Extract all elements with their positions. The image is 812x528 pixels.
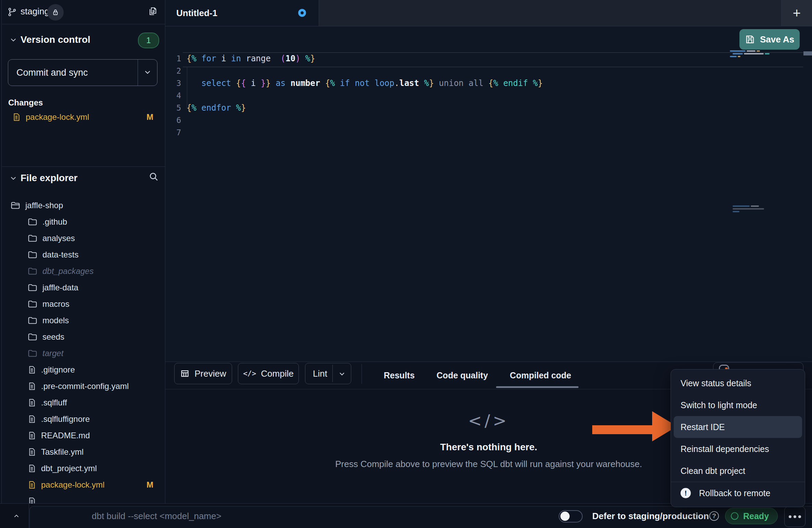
file-icon	[12, 113, 21, 122]
tree-item-label: package-lock.yml	[41, 480, 104, 490]
table-icon	[180, 369, 190, 378]
expand-command-bar-chevron[interactable]	[10, 511, 23, 521]
tree-item-jaffle-shop[interactable]: jaffle-shop	[0, 197, 165, 214]
modified-status-badge: M	[147, 480, 153, 490]
empty-state-title: There's nothing here.	[440, 442, 537, 453]
divider	[2, 166, 165, 167]
tree-item-data-tests[interactable]: data-tests	[0, 247, 165, 263]
tree-item-macros[interactable]: macros	[0, 296, 165, 312]
results-tab-results[interactable]: Results	[384, 370, 415, 380]
command-input[interactable]: dbt build --select <model_name>	[92, 504, 221, 528]
commit-options-chevron-icon[interactable]	[143, 68, 152, 77]
git-branch-icon	[8, 7, 17, 17]
defer-label: Defer to staging/production	[592, 504, 709, 528]
tree-item-README.md[interactable]: README.md	[0, 427, 165, 444]
folder-icon	[27, 217, 38, 227]
file-explorer-title: File explorer	[21, 173, 78, 184]
ide-options-menu: View status detailsSwitch to light modeR…	[671, 369, 805, 507]
results-tab-code-quality[interactable]: Code quality	[436, 370, 488, 380]
line-number: 4	[165, 89, 184, 102]
copy-branch-button[interactable]	[147, 5, 158, 16]
line-number: 7	[165, 126, 184, 139]
version-control-collapse-chevron[interactable]	[9, 36, 18, 44]
tree-item-label: target	[42, 349, 63, 358]
folder-icon	[27, 332, 38, 342]
tree-item-.sqlfluffignore[interactable]: .sqlfluffignore	[0, 411, 165, 427]
tab-untitled-1[interactable]: Untitled-1	[165, 0, 319, 26]
results-tab-compiled-code[interactable]: Compiled code	[510, 370, 571, 380]
menu-item-label: Reinstall dependencies	[681, 444, 769, 454]
folder-icon	[27, 348, 38, 359]
defer-toggle[interactable]	[559, 510, 583, 523]
tree-item-dbt_packages[interactable]: dbt_packages	[0, 263, 165, 279]
save-icon	[745, 34, 755, 45]
tree-item-target[interactable]: target	[0, 345, 165, 362]
tree-item-Taskfile.yml[interactable]: Taskfile.yml	[0, 444, 165, 460]
lock-icon	[51, 8, 60, 16]
tree-item-label: .pre-commit-config.yaml	[41, 381, 129, 391]
tree-item-.sqlfluff[interactable]: .sqlfluff	[0, 394, 165, 411]
ide-options-button[interactable]	[784, 506, 805, 527]
lint-options-chevron-icon[interactable]	[338, 370, 346, 378]
file-tree: jaffle-shop.githubanalysesdata-testsdbt_…	[0, 197, 165, 503]
line-number: 1	[165, 52, 184, 65]
changed-file-row[interactable]: package-lock.yml M	[0, 110, 165, 125]
tree-item-package-lock.yml[interactable]: package-lock.ymlM	[0, 477, 165, 493]
menu-item-rollback-to-remote[interactable]: !Rollback to remote	[671, 482, 805, 504]
divider	[138, 60, 138, 86]
dot	[789, 515, 791, 518]
tree-item-models[interactable]: models	[0, 312, 165, 329]
preview-button[interactable]: Preview	[174, 363, 232, 384]
tree-item-.gitignore[interactable]: .gitignore	[0, 362, 165, 378]
file-explorer-collapse-chevron[interactable]	[9, 175, 18, 182]
file-icon	[27, 398, 36, 407]
tree-item-.github[interactable]: .github	[0, 214, 165, 230]
tree-item-partial[interactable]	[0, 493, 165, 503]
results-tab-bar: ResultsCode qualityCompiled code	[384, 362, 571, 389]
new-tab-button[interactable]: +	[781, 0, 812, 26]
toggle-knob	[560, 512, 570, 521]
tree-item-label: .sqlfluffignore	[41, 414, 90, 424]
search-icon[interactable]	[148, 171, 159, 182]
code-line-5[interactable]: {% endfor %}	[187, 102, 246, 114]
tree-item-dbt_project.yml[interactable]: dbt_project.yml	[0, 460, 165, 477]
tree-item-jaffle-data[interactable]: jaffle-data	[0, 279, 165, 296]
tree-item-label: jaffle-data	[42, 283, 78, 292]
commit-and-sync-button[interactable]: Commit and sync	[8, 59, 157, 86]
tree-item-label: .github	[42, 217, 67, 227]
menu-item-switch-to-light-mode[interactable]: Switch to light mode	[671, 394, 805, 416]
menu-item-restart-ide[interactable]: Restart IDE	[674, 416, 802, 438]
help-icon[interactable]: ?	[709, 511, 719, 521]
menu-item-label: Restart IDE	[681, 422, 725, 432]
file-icon	[27, 431, 36, 440]
folder-icon	[27, 315, 38, 326]
tree-item-label: jaffle-shop	[25, 201, 63, 210]
menu-item-view-status-details[interactable]: View status details	[671, 372, 805, 394]
code-line-1[interactable]: {% for i in range (10) %}	[187, 52, 315, 65]
compile-button[interactable]: </> Compile	[238, 363, 299, 384]
tree-item-seeds[interactable]: seeds	[0, 329, 165, 345]
tree-item-.pre-commit-config.yaml[interactable]: .pre-commit-config.yaml	[0, 378, 165, 394]
code-slash-icon: </>	[468, 411, 509, 430]
menu-item-clean-dbt-project[interactable]: Clean dbt project	[671, 460, 805, 482]
menu-item-label: Switch to light mode	[681, 400, 757, 410]
divider	[332, 365, 333, 382]
menu-item-label: Clean dbt project	[681, 466, 745, 476]
file-icon	[27, 497, 36, 503]
dot	[798, 515, 801, 518]
lint-button[interactable]: Lint	[305, 363, 351, 384]
editor-scrollbar-thumb[interactable]	[803, 51, 812, 55]
tree-item-analyses[interactable]: analyses	[0, 230, 165, 247]
lint-label: Lint	[313, 368, 327, 379]
save-as-button[interactable]: Save As	[739, 29, 800, 50]
line-number: 3	[165, 77, 184, 89]
tree-item-label: analyses	[42, 234, 75, 243]
folder-icon	[27, 266, 38, 276]
status-label: Ready	[743, 511, 769, 521]
code-editor[interactable]: 1{% for i in range (10) %}23 select {{ i…	[165, 26, 812, 362]
code-line-3[interactable]: select {{ i }} as number {% if not loop.…	[187, 77, 543, 89]
menu-item-reinstall-dependencies[interactable]: Reinstall dependencies	[671, 438, 805, 460]
divider	[2, 24, 165, 24]
file-icon	[27, 480, 36, 489]
branch-readonly-pill	[47, 4, 64, 21]
